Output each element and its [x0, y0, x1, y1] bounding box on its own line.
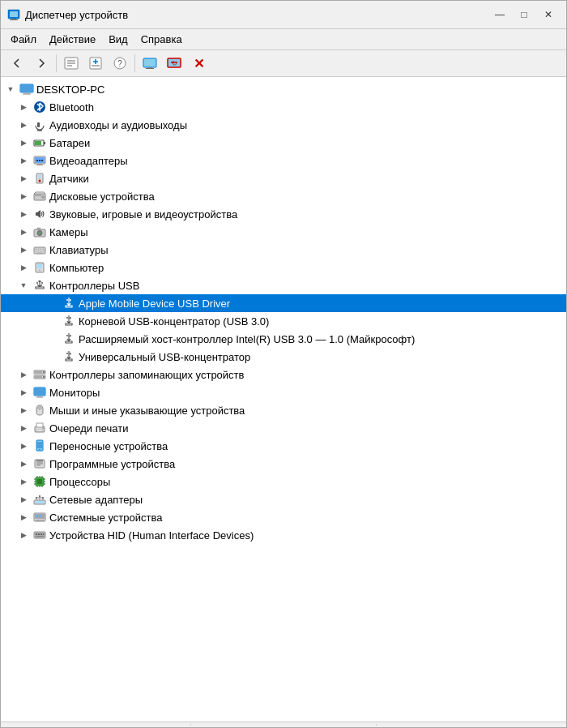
- status-bar: [1, 722, 566, 727]
- tree-item-disk[interactable]: Дисковые устройства: [1, 187, 566, 205]
- expander-firmware[interactable]: [17, 457, 30, 470]
- tree-item-display[interactable]: Видеоадаптеры: [1, 152, 566, 169]
- tree-item-storage[interactable]: Контроллеры запоминающих устройств: [1, 366, 566, 383]
- battery-label: Батареи: [49, 137, 90, 149]
- tree-item-portable[interactable]: Переносные устройства: [1, 437, 566, 455]
- update-driver-button[interactable]: [84, 53, 107, 74]
- tree-item-usb[interactable]: Контроллеры USB: [1, 276, 566, 294]
- svg-rect-92: [42, 427, 44, 429]
- computer-icon: [19, 82, 34, 96]
- tree-item-monitor[interactable]: Мониторы: [1, 383, 566, 401]
- expander-cpu[interactable]: [17, 475, 30, 488]
- tree-item-network[interactable]: Сетевые адаптеры: [1, 490, 566, 508]
- menu-help[interactable]: Справка: [134, 31, 189, 48]
- back-button[interactable]: [6, 53, 28, 74]
- tree-item-firmware[interactable]: Программные устройства: [1, 455, 566, 473]
- status-pane-2: [191, 724, 377, 726]
- expander-network[interactable]: [17, 493, 30, 506]
- expander-monitor[interactable]: [17, 386, 30, 399]
- expander-system[interactable]: [17, 511, 30, 524]
- expander-usb[interactable]: [17, 279, 30, 292]
- expander-display[interactable]: [17, 154, 30, 167]
- svg-rect-59: [43, 251, 45, 252]
- help-button[interactable]: ?: [109, 53, 131, 74]
- expander-print[interactable]: [17, 422, 30, 435]
- tree-root[interactable]: DESKTOP-PC: [1, 80, 566, 98]
- usb-label: Контроллеры USB: [49, 280, 139, 292]
- svg-rect-23: [37, 122, 40, 127]
- tree-item-sound[interactable]: Звуковые, игровые и видеоустройства: [1, 205, 566, 223]
- mouse-label: Мыши и иные указывающие устройства: [49, 405, 245, 417]
- tree-item-camera[interactable]: Камеры: [1, 223, 566, 241]
- tree-item-sensor[interactable]: Датчики: [1, 169, 566, 187]
- svg-rect-133: [40, 533, 42, 535]
- hid-icon: [32, 528, 47, 542]
- tree-item-usb-xhci[interactable]: Расширяемый хост-контроллер Intel(R) USB…: [1, 330, 566, 348]
- svg-point-63: [39, 270, 40, 272]
- forward-button[interactable]: [30, 53, 53, 74]
- properties-button[interactable]: [60, 53, 83, 74]
- expander-sound[interactable]: [17, 208, 30, 221]
- tree-item-audio[interactable]: Аудиовходы и аудиовыходы: [1, 116, 566, 134]
- svg-rect-69: [70, 299, 71, 302]
- audio-icon: [32, 118, 47, 132]
- svg-rect-71: [70, 317, 71, 319]
- tree-item-usb-hub-generic[interactable]: Универсальный USB-концентратор: [1, 348, 566, 366]
- scan-button[interactable]: ↻: [163, 53, 185, 74]
- pc-icon: [32, 260, 47, 275]
- tree-item-keyboard[interactable]: Клавиатуры: [1, 241, 566, 259]
- expander-disk[interactable]: [17, 190, 30, 203]
- expander-audio[interactable]: [17, 118, 30, 131]
- svg-rect-54: [40, 249, 42, 251]
- maximize-button[interactable]: □: [513, 6, 535, 24]
- svg-rect-78: [35, 371, 42, 373]
- disk-label: Дисковые устройства: [49, 191, 155, 203]
- expander-pc[interactable]: [17, 261, 30, 274]
- svg-rect-1: [10, 11, 18, 17]
- usb-controller-icon: [32, 278, 47, 293]
- expander-sensor[interactable]: [17, 172, 30, 185]
- tree-item-system[interactable]: Системные устройства: [1, 508, 566, 526]
- usb-hub-generic-label: Универсальный USB-концентратор: [79, 351, 250, 363]
- tree-item-hid[interactable]: Устройства HID (Human Interface Devices): [1, 526, 566, 544]
- svg-point-81: [43, 376, 45, 378]
- usb-device-icon-2: [62, 314, 76, 328]
- expander-camera[interactable]: [17, 225, 30, 238]
- expander-portable[interactable]: [17, 439, 30, 452]
- tree-item-print[interactable]: Очереди печати: [1, 419, 566, 437]
- tree-item-usb-hub-root[interactable]: Корневой USB-концентратор (USB 3.0): [1, 312, 566, 330]
- device-tree[interactable]: DESKTOP-PC Bluetooth: [1, 77, 566, 722]
- tree-item-battery[interactable]: Батареи: [1, 134, 566, 152]
- svg-rect-37: [38, 175, 41, 178]
- menu-file[interactable]: Файл: [4, 31, 43, 48]
- expander-storage[interactable]: [17, 368, 30, 381]
- svg-text:?: ?: [117, 59, 122, 68]
- close-button[interactable]: ✕: [537, 6, 560, 24]
- minimize-button[interactable]: —: [488, 6, 511, 24]
- svg-rect-83: [35, 388, 45, 395]
- tree-item-bluetooth[interactable]: Bluetooth: [1, 98, 566, 116]
- remove-device-button[interactable]: ✕: [187, 53, 210, 74]
- svg-point-38: [39, 180, 41, 182]
- svg-rect-52: [36, 249, 37, 251]
- menu-view[interactable]: Вид: [102, 31, 134, 48]
- expander-apple-usb: [46, 297, 59, 310]
- tree-item-mouse[interactable]: Мыши и иные указывающие устройства: [1, 401, 566, 419]
- svg-rect-94: [37, 442, 42, 448]
- status-pane-1: [6, 724, 191, 726]
- tree-item-apple-usb[interactable]: Apple Mobile Device USB Driver: [1, 294, 566, 312]
- expander-mouse[interactable]: [17, 404, 30, 417]
- expander-keyboard[interactable]: [17, 243, 30, 256]
- show-devices-button[interactable]: [139, 53, 161, 74]
- expander-bluetooth[interactable]: [17, 101, 30, 113]
- svg-rect-73: [70, 335, 71, 337]
- print-icon: [32, 421, 47, 435]
- svg-rect-34: [39, 160, 40, 161]
- expander-root[interactable]: [4, 83, 17, 96]
- menu-action[interactable]: Действие: [43, 31, 102, 48]
- expander-battery[interactable]: [17, 136, 30, 149]
- svg-point-41: [42, 196, 45, 199]
- expander-hid[interactable]: [17, 529, 30, 542]
- tree-item-pc[interactable]: Компьютер: [1, 259, 566, 276]
- tree-item-cpu[interactable]: Процессоры: [1, 473, 566, 490]
